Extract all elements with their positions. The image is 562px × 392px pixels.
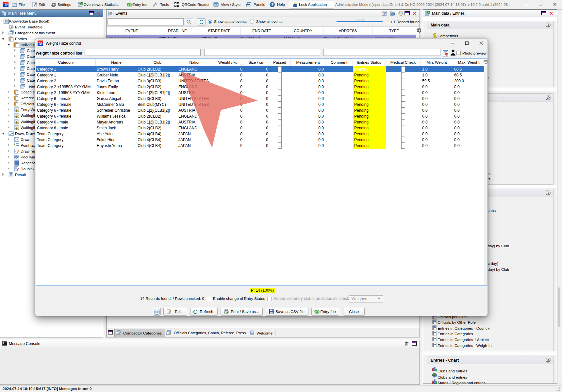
svg-text:?: ?	[271, 3, 273, 7]
svg-text:3: 3	[14, 146, 15, 148]
